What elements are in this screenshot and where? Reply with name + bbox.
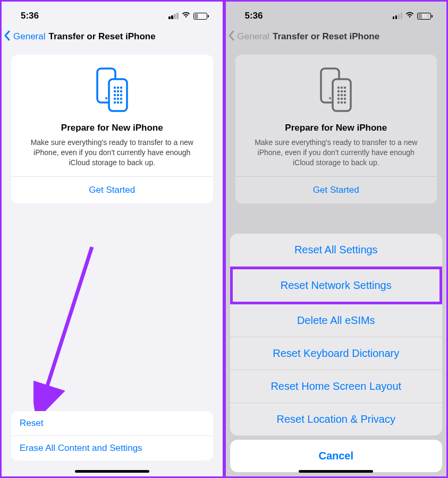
delete-all-esims-button[interactable]: Delete All eSIMs: [230, 304, 443, 337]
svg-point-31: [341, 98, 343, 100]
reset-home-screen-layout-button[interactable]: Reset Home Screen Layout: [230, 370, 443, 403]
svg-point-28: [341, 94, 343, 96]
svg-point-24: [337, 90, 340, 92]
svg-point-1: [105, 97, 107, 99]
back-chevron-icon: [227, 29, 236, 44]
status-icons: 31: [393, 11, 433, 21]
nav-title: Transfer or Reset iPhone: [273, 31, 379, 42]
svg-point-12: [114, 98, 116, 100]
wifi-icon: [405, 11, 415, 21]
svg-point-35: [344, 101, 346, 104]
svg-point-22: [341, 87, 343, 89]
erase-all-button[interactable]: Erase All Content and Settings: [11, 436, 213, 460]
bottom-options: Reset Erase All Content and Settings: [11, 411, 213, 460]
svg-point-9: [114, 94, 116, 96]
svg-point-6: [114, 90, 116, 92]
get-started-button[interactable]: Get Started: [21, 177, 204, 203]
home-indicator[interactable]: [75, 470, 149, 473]
svg-point-26: [344, 90, 346, 92]
svg-point-29: [344, 94, 346, 96]
prepare-description: Make sure everything's ready to transfer…: [21, 138, 204, 176]
cancel-button[interactable]: Cancel: [230, 440, 443, 472]
prepare-description: Make sure everything's ready to transfer…: [245, 138, 428, 176]
svg-point-17: [120, 101, 122, 104]
action-sheet: Reset All Settings Reset Network Setting…: [226, 234, 447, 476]
svg-point-14: [120, 98, 122, 100]
get-started-button: Get Started: [245, 177, 428, 203]
back-button[interactable]: General: [13, 31, 45, 42]
status-bar: 5:36 31: [2, 2, 223, 25]
svg-point-30: [337, 98, 340, 100]
svg-point-19: [329, 97, 331, 99]
svg-point-4: [117, 87, 119, 89]
nav-bar: General Transfer or Reset iPhone: [226, 25, 447, 49]
cellular-icon: [393, 13, 403, 20]
svg-point-23: [344, 87, 346, 89]
svg-point-7: [117, 90, 119, 92]
svg-point-15: [114, 101, 116, 104]
status-icons: 31: [168, 11, 209, 21]
svg-point-13: [117, 98, 119, 100]
svg-point-11: [120, 94, 122, 96]
back-chevron-icon[interactable]: [3, 29, 12, 44]
nav-bar: General Transfer or Reset iPhone: [2, 25, 223, 49]
svg-point-34: [341, 101, 343, 104]
prepare-title: Prepare for New iPhone: [21, 123, 204, 133]
svg-point-5: [120, 87, 122, 89]
two-phones-icon: [93, 67, 131, 113]
reset-all-settings-button[interactable]: Reset All Settings: [230, 234, 443, 267]
left-screenshot: 5:36 31 General Transfer or Reset iPhone…: [0, 0, 224, 478]
status-time: 5:36: [21, 11, 39, 21]
annotation-arrow: [33, 242, 103, 414]
svg-point-3: [114, 87, 116, 89]
reset-keyboard-dictionary-button[interactable]: Reset Keyboard Dictionary: [230, 337, 443, 370]
wifi-icon: [181, 11, 191, 21]
svg-point-8: [120, 90, 122, 92]
status-bar: 5:36 31: [226, 2, 447, 25]
nav-title: Transfer or Reset iPhone: [48, 31, 155, 42]
svg-point-21: [337, 87, 340, 89]
svg-point-32: [344, 98, 346, 100]
action-sheet-options: Reset All Settings Reset Network Setting…: [230, 234, 443, 436]
svg-point-33: [337, 101, 340, 104]
svg-point-16: [117, 101, 119, 104]
svg-point-10: [117, 94, 119, 96]
prepare-card: Prepare for New iPhone Make sure everyth…: [11, 55, 213, 203]
back-button: General: [238, 31, 269, 42]
home-indicator[interactable]: [299, 470, 373, 473]
status-time: 5:36: [245, 11, 263, 21]
battery-icon: 31: [417, 13, 433, 20]
prepare-title: Prepare for New iPhone: [245, 123, 428, 133]
two-phones-icon: [317, 67, 355, 113]
svg-point-25: [341, 90, 343, 92]
prepare-card-dimmed: Prepare for New iPhone Make sure everyth…: [235, 55, 437, 203]
battery-icon: 31: [193, 13, 209, 20]
reset-button[interactable]: Reset: [11, 411, 213, 436]
reset-network-settings-button[interactable]: Reset Network Settings: [230, 267, 443, 304]
right-screenshot: 5:36 31 General Transfer or Reset iPhone…: [224, 0, 449, 478]
svg-point-27: [337, 94, 340, 96]
cellular-icon: [168, 13, 179, 20]
reset-location-privacy-button[interactable]: Reset Location & Privacy: [230, 403, 443, 436]
